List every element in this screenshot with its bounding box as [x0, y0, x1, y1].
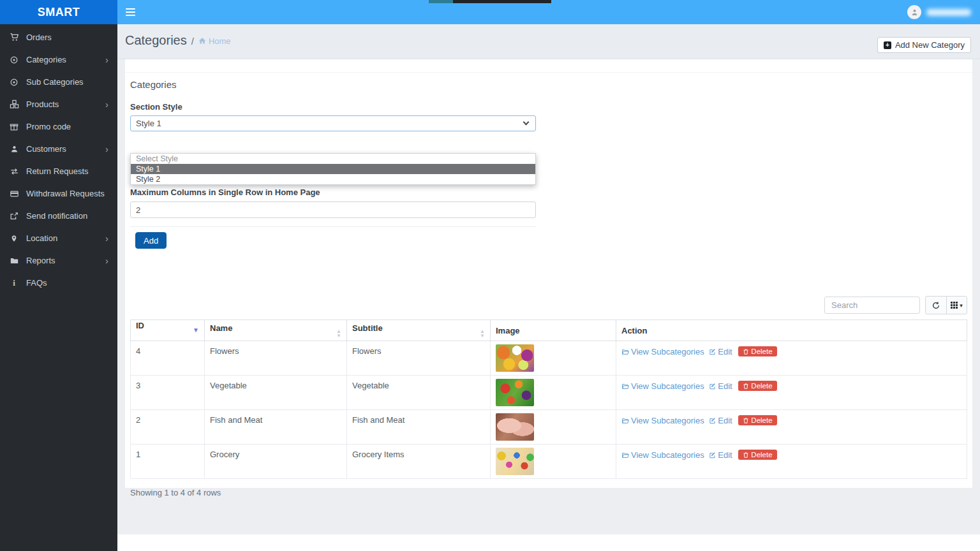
record-circle-icon — [9, 78, 19, 87]
folder-open-icon — [621, 417, 630, 425]
breadcrumb-bar: Categories / Home + Add New Category — [117, 24, 980, 59]
folder-open-icon — [621, 383, 630, 390]
cubes-icon — [9, 99, 19, 109]
sidebar-item-withdrawal-requests[interactable]: Withdrawal Requests — [0, 182, 117, 205]
view-subcategories-link[interactable]: View Subcategories — [621, 347, 704, 356]
sidebar-item-label: Send notification — [26, 211, 87, 221]
columns-dropdown-button[interactable]: ▾ — [946, 297, 967, 314]
sort-both-icon: ▲▼ — [336, 329, 341, 338]
sidebar: SMART Orders Categories › Sub Categories… — [0, 0, 117, 551]
cell-id: 1 — [131, 444, 205, 479]
chevron-right-icon: › — [105, 144, 108, 154]
cell-name: Grocery — [205, 444, 347, 479]
column-header-subtitle[interactable]: Subtitle ▲▼ — [347, 320, 491, 341]
sidebar-item-sub-categories[interactable]: Sub Categories — [0, 71, 117, 93]
sort-desc-icon: ▼ — [193, 321, 199, 340]
record-circle-icon — [9, 55, 19, 64]
cell-name: Vegetable — [205, 376, 347, 410]
user-menu[interactable] — [907, 0, 971, 24]
cell-name: Fish and Meat — [205, 410, 347, 444]
delete-button[interactable]: Delete — [738, 346, 776, 356]
sidebar-item-label: Orders — [26, 33, 52, 42]
panel-title: Categories — [130, 80, 967, 89]
edit-link[interactable]: Edit — [709, 450, 732, 460]
view-subcategories-link[interactable]: View Subcategories — [621, 450, 704, 460]
cell-id: 2 — [131, 410, 205, 444]
plus-square-icon: + — [884, 41, 891, 49]
delete-button[interactable]: Delete — [738, 450, 776, 460]
sidebar-item-label: Promo code — [26, 122, 71, 131]
card-header-strip — [125, 59, 972, 73]
hamburger-icon[interactable] — [126, 8, 135, 16]
categories-card: Categories Section Style Style 1 Select … — [125, 59, 972, 488]
view-subcategories-link[interactable]: View Subcategories — [621, 416, 704, 425]
sidebar-item-label: Sub Categories — [26, 77, 84, 87]
section-style-select[interactable]: Style 1 — [130, 115, 536, 131]
section-style-selected-value: Style 1 — [136, 119, 161, 128]
categories-table-wrap: ID ▼ Name ▲▼ Subtitle ▲▼ Image Action — [130, 320, 967, 497]
folder-open-icon — [621, 452, 630, 459]
brand-logo[interactable]: SMART — [0, 0, 117, 24]
credit-card-icon — [9, 189, 19, 198]
cell-action: View Subcategories Edit Delete — [616, 341, 967, 376]
cell-action: View Subcategories Edit Delete — [616, 444, 967, 479]
trash-icon — [743, 452, 749, 459]
column-header-id[interactable]: ID ▼ — [131, 320, 205, 341]
table-row: 1 Grocery Grocery Items View Subcategori… — [131, 444, 967, 479]
refresh-button[interactable] — [926, 297, 946, 314]
cell-subtitle: Fish and Meat — [347, 410, 491, 444]
sidebar-item-faqs[interactable]: i FAQs — [0, 272, 117, 294]
dropdown-option-style-2[interactable]: Style 2 — [131, 174, 535, 184]
edit-link[interactable]: Edit — [709, 416, 732, 425]
sidebar-item-promo-code[interactable]: Promo code — [0, 115, 117, 138]
sidebar-item-products[interactable]: Products › — [0, 93, 117, 115]
screen-notch-artifact — [429, 0, 551, 3]
edit-link[interactable]: Edit — [709, 347, 732, 356]
trash-icon — [743, 348, 749, 355]
delete-button[interactable]: Delete — [738, 381, 776, 391]
breadcrumb-home-link[interactable]: Home — [198, 36, 231, 46]
max-columns-input[interactable] — [130, 202, 536, 218]
breadcrumb-separator: / — [191, 36, 194, 47]
sidebar-item-location[interactable]: Location › — [0, 227, 117, 249]
grid-icon — [951, 302, 958, 309]
gift-icon — [9, 122, 19, 131]
search-input[interactable] — [824, 297, 920, 314]
sidebar-item-reports[interactable]: Reports › — [0, 249, 117, 272]
sort-both-icon: ▲▼ — [480, 329, 485, 338]
cell-id: 3 — [131, 376, 205, 410]
edit-link[interactable]: Edit — [709, 381, 732, 391]
pencil-square-icon — [709, 348, 716, 356]
delete-button[interactable]: Delete — [738, 415, 776, 425]
sidebar-item-label: Products — [26, 99, 59, 109]
add-new-category-label: Add New Category — [895, 40, 965, 50]
cell-action: View Subcategories Edit Delete — [616, 410, 967, 444]
add-new-category-button[interactable]: + Add New Category — [877, 37, 971, 53]
chevron-right-icon: › — [105, 233, 108, 243]
table-row: 3 Vegetable Vegetable View Subcategories… — [131, 376, 967, 410]
sidebar-item-categories[interactable]: Categories › — [0, 48, 117, 71]
section-style-dropdown: Select Style Style 1 Style 2 — [130, 153, 536, 185]
section-style-label: Section Style — [130, 102, 967, 112]
dropdown-option-select-style[interactable]: Select Style — [131, 154, 535, 164]
chevron-right-icon: › — [105, 99, 108, 109]
view-subcategories-link[interactable]: View Subcategories — [621, 381, 704, 391]
trash-icon — [743, 417, 749, 424]
dropdown-option-style-1[interactable]: Style 1 — [131, 164, 535, 174]
refresh-icon — [932, 301, 940, 310]
sidebar-item-label: FAQs — [26, 278, 47, 288]
cell-name: Flowers — [205, 341, 347, 376]
exchange-icon — [9, 167, 19, 176]
sidebar-item-customers[interactable]: Customers › — [0, 138, 117, 160]
sidebar-item-return-requests[interactable]: Return Requests — [0, 160, 117, 182]
sidebar-item-label: Withdrawal Requests — [26, 189, 105, 198]
sidebar-item-orders[interactable]: Orders — [0, 26, 117, 48]
add-button[interactable]: Add — [135, 232, 167, 249]
sidebar-item-label: Reports — [26, 256, 56, 265]
person-icon — [9, 145, 19, 154]
username-redacted — [926, 9, 971, 16]
map-pin-icon — [9, 234, 19, 243]
pencil-square-icon — [709, 383, 716, 390]
column-header-name[interactable]: Name ▲▼ — [205, 320, 347, 341]
sidebar-item-send-notification[interactable]: Send notification — [0, 205, 117, 227]
